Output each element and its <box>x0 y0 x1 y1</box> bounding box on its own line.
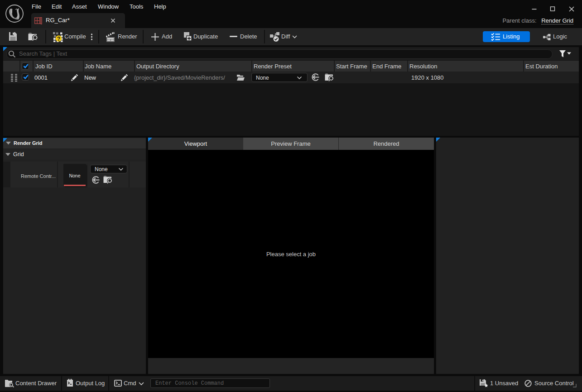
svg-text:?: ? <box>57 36 61 42</box>
